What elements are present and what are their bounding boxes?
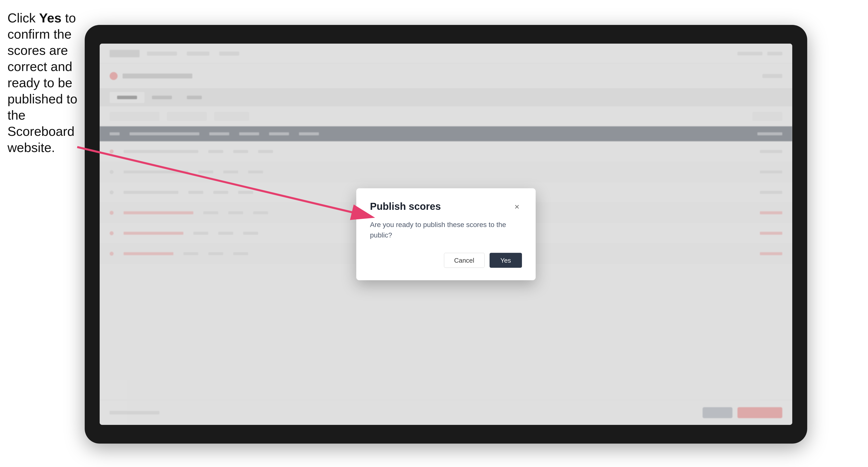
modal-footer: Cancel Yes xyxy=(370,253,522,268)
modal-header: Publish scores × xyxy=(370,201,522,212)
tablet-device: Publish scores × Are you ready to publis… xyxy=(85,25,807,443)
tablet-screen: Publish scores × Are you ready to publis… xyxy=(100,43,792,425)
modal-close-button[interactable]: × xyxy=(512,201,522,211)
yes-button[interactable]: Yes xyxy=(490,253,522,268)
modal-title: Publish scores xyxy=(370,201,441,212)
instruction-text: Click Yes to confirm the scores are corr… xyxy=(7,10,80,156)
cancel-button[interactable]: Cancel xyxy=(444,253,485,268)
modal-body-text: Are you ready to publish these scores to… xyxy=(370,220,522,241)
modal-dialog: Publish scores × Are you ready to publis… xyxy=(356,188,536,280)
